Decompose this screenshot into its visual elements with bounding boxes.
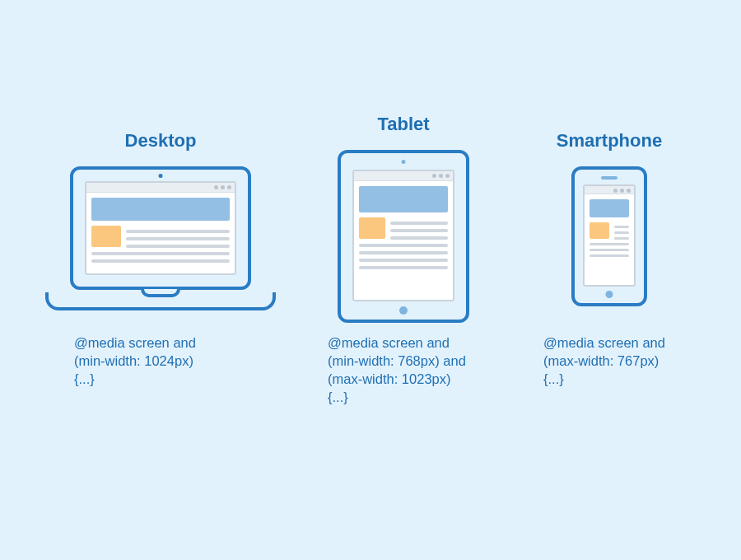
- tablet-icon: [338, 150, 469, 323]
- window-controls-icon: [432, 174, 450, 178]
- phone-screen: [583, 184, 636, 287]
- laptop-icon: [45, 166, 276, 310]
- home-button-icon: [606, 291, 613, 298]
- window-controls-icon: [613, 189, 631, 193]
- phone-title: Smartphone: [535, 130, 683, 152]
- hero-block: [359, 186, 448, 212]
- home-button-icon: [399, 306, 408, 315]
- image-block: [590, 222, 609, 239]
- tablet-media-query: @media screen and (min-width: 768px) and…: [328, 334, 509, 406]
- image-block: [91, 226, 121, 247]
- phone-media-query: @media screen and (max-width: 767px) {..…: [543, 334, 725, 388]
- tablet-screen: [352, 170, 454, 301]
- window-titlebar: [585, 186, 634, 194]
- laptop-screen: [85, 181, 236, 275]
- tablet-column: Tablet: [329, 114, 478, 323]
- desktop-title: Desktop: [45, 130, 276, 152]
- desktop-media-query: @media screen and (min-width: 1024px) {.…: [74, 334, 255, 388]
- smartphone-icon: [571, 166, 647, 306]
- laptop-base-icon: [45, 292, 276, 310]
- tablet-title: Tablet: [329, 114, 478, 135]
- text-lines: [614, 222, 629, 240]
- phone-column: Smartphone: [535, 130, 683, 306]
- text-lines: [126, 226, 230, 248]
- hero-block: [590, 199, 629, 217]
- camera-icon: [402, 160, 406, 164]
- responsive-diagram: Desktop: [0, 0, 741, 560]
- text-lines: [390, 217, 448, 240]
- hero-block: [91, 198, 230, 221]
- window-titlebar: [354, 171, 453, 181]
- desktop-column: Desktop: [45, 130, 276, 310]
- speaker-icon: [601, 176, 618, 180]
- window-controls-icon: [214, 185, 231, 189]
- window-titlebar: [86, 183, 235, 193]
- image-block: [359, 217, 385, 239]
- camera-icon: [159, 174, 163, 178]
